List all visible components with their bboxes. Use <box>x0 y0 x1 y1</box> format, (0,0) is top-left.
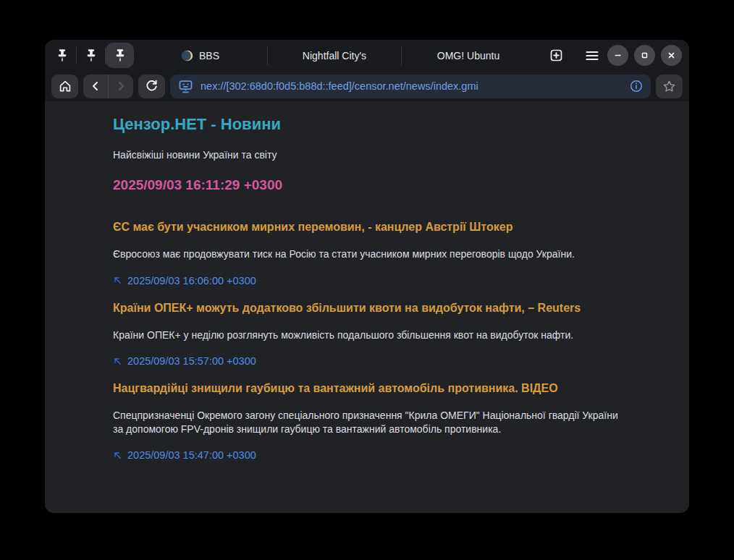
tab-label: BBS <box>199 50 219 61</box>
url-text[interactable]: nex://[302:68d0:f0d5:b88d::feed]/censor.… <box>201 80 623 92</box>
reload-button[interactable] <box>138 75 165 98</box>
arrow-up-left-icon <box>113 451 122 460</box>
moon-favicon-icon <box>182 50 193 61</box>
close-icon <box>665 49 678 61</box>
page-title: Цензор.НЕТ - Новини <box>113 114 630 135</box>
pinned-tab-1[interactable] <box>48 43 76 68</box>
hamburger-icon <box>583 47 601 64</box>
history-nav <box>83 75 133 98</box>
maximize-icon <box>638 49 651 61</box>
article-link-label: 2025/09/03 15:57:00 +0300 <box>127 355 256 367</box>
article-heading: Країни ОПЕК+ можуть додатково збільшити … <box>113 301 630 315</box>
arrow-up-left-icon <box>113 276 122 285</box>
article-link-label: 2025/09/03 15:47:00 +0300 <box>127 449 256 461</box>
tab-bar: BBS Nightfall City's OMG! Ubuntu <box>45 40 689 71</box>
tab-nightfall-city[interactable]: Nightfall City's <box>268 40 401 71</box>
reload-icon <box>144 79 159 94</box>
close-button[interactable] <box>661 45 682 66</box>
pushpin-icon <box>113 48 127 64</box>
tab-label: Nightfall City's <box>303 50 366 61</box>
tab-bbs[interactable]: BBS <box>134 40 267 71</box>
feed-updated-date: 2025/09/03 16:11:29 +0300 <box>113 177 630 194</box>
news-article: Країни ОПЕК+ можуть додатково збільшити … <box>113 301 630 368</box>
forward-button[interactable] <box>109 75 133 98</box>
chevron-right-icon <box>114 79 128 93</box>
window-controls <box>607 45 682 66</box>
article-heading: Нацгвардійці знищили гаубицю та вантажни… <box>113 381 630 396</box>
arrow-up-left-icon <box>113 357 122 366</box>
home-icon <box>57 78 73 94</box>
pushpin-icon <box>84 48 98 64</box>
url-bar[interactable]: nex://[302:68d0:f0d5:b88d::feed]/censor.… <box>170 75 651 98</box>
page-content: Цензор.НЕТ - Новини Найсвіжіші новини Ук… <box>45 101 689 513</box>
article-summary: Країни ОПЕК+ у неділю розглянуть можливі… <box>113 328 620 342</box>
pinned-tab-2[interactable] <box>77 43 105 68</box>
article-heading: ЄС має бути учасником мирних перемовин, … <box>113 220 630 234</box>
article-link[interactable]: 2025/09/03 15:57:00 +0300 <box>113 355 630 367</box>
article-link[interactable]: 2025/09/03 15:47:00 +0300 <box>113 449 630 461</box>
new-tab-icon <box>548 47 565 64</box>
minimize-button[interactable] <box>607 45 628 66</box>
back-button[interactable] <box>83 75 108 98</box>
pinned-tab-3[interactable] <box>106 43 134 68</box>
bookmark-button[interactable] <box>656 75 683 98</box>
article-summary: Спецпризначенці Окремого загону спеціаль… <box>113 409 620 436</box>
minimize-icon <box>612 49 624 61</box>
new-tab-button[interactable] <box>545 45 567 67</box>
chevron-left-icon <box>88 79 103 93</box>
navigation-bar: nex://[302:68d0:f0d5:b88d::feed]/censor.… <box>45 71 689 101</box>
page-subtitle: Найсвіжіші новини України та світу <box>113 148 630 161</box>
maximize-button[interactable] <box>634 45 655 66</box>
pushpin-icon <box>55 48 69 64</box>
home-button[interactable] <box>51 75 78 98</box>
retro-computer-icon <box>177 78 194 95</box>
star-icon <box>662 79 677 94</box>
news-article: Нацгвардійці знищили гаубицю та вантажни… <box>113 381 630 461</box>
info-icon[interactable] <box>629 79 644 93</box>
article-summary: Євросоюз має продовжувати тиск на Росію … <box>113 247 620 261</box>
news-article: ЄС має бути учасником мирних перемовин, … <box>113 220 630 287</box>
menu-button[interactable] <box>581 45 603 67</box>
article-link-label: 2025/09/03 16:06:00 +0300 <box>127 275 256 287</box>
article-link[interactable]: 2025/09/03 16:06:00 +0300 <box>113 275 630 287</box>
tab-omg-ubuntu[interactable]: OMG! Ubuntu <box>402 40 535 71</box>
browser-window: BBS Nightfall City's OMG! Ubuntu <box>45 40 689 513</box>
tab-label: OMG! Ubuntu <box>437 50 499 61</box>
